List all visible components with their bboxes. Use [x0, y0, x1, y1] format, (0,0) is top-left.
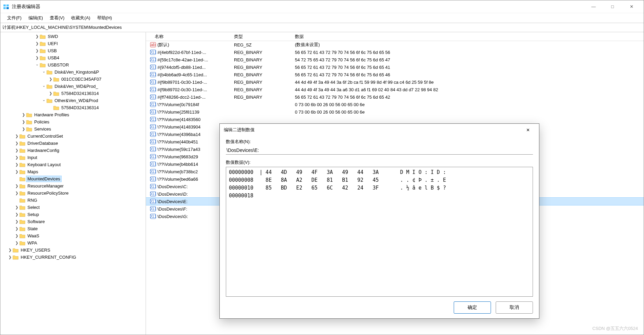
tree-item[interactable]: ❯Keyboard Layout — [0, 161, 146, 168]
expander-icon[interactable]: ❯ — [14, 205, 19, 210]
menu-edit[interactable]: 编辑(E) — [25, 14, 46, 22]
tree-item[interactable]: ⌄Disk&Ven_WD&Prod_ — [0, 83, 146, 90]
tree-item[interactable]: ❯Select — [0, 204, 146, 211]
col-header-name[interactable]: 名称 — [146, 32, 231, 41]
expander-icon[interactable]: ❯ — [21, 120, 26, 124]
menu-view[interactable]: 查看(V) — [46, 14, 68, 22]
tree-item[interactable]: ❯WPA — [0, 239, 146, 247]
value-type: REG_BINARY — [231, 64, 292, 71]
tree-item[interactable]: ⌄Other&Ven_WD&Prod — [0, 97, 146, 104]
tree-item[interactable]: ⌄Disk&Ven_Kingston&P — [0, 68, 146, 76]
tree-item-label: Disk&Ven_WD&Prod_ — [53, 83, 99, 89]
menu-help[interactable]: 帮助(H) — [94, 14, 115, 22]
expander-icon[interactable]: ❯ — [14, 170, 19, 174]
expander-icon[interactable]: ❯ — [48, 77, 53, 81]
tree-item[interactable]: MountedDevices — [0, 175, 146, 182]
maximize-button[interactable]: □ — [603, 0, 622, 13]
tree-item[interactable]: ❯Software — [0, 218, 146, 225]
value-row[interactable]: 011#{b4bb6ad9-4c65-11ed...REG_BINARY56 6… — [146, 71, 644, 78]
ok-button[interactable]: 确定 — [454, 301, 491, 314]
expander-icon[interactable]: ❯ — [34, 34, 40, 39]
value-row[interactable]: 011\??\Volume{41483560 — [146, 116, 644, 123]
tree-item[interactable]: ❯ResourceManager — [0, 182, 146, 190]
tree-item[interactable]: ❯CurrentControlSet — [0, 133, 146, 140]
value-row[interactable]: 011#{f9b89701-0c30-11ed-...REG_BINARY44 … — [146, 78, 644, 86]
expander-icon[interactable]: ❯ — [34, 56, 40, 60]
tree-item[interactable]: 57584D324136314 — [0, 104, 146, 111]
tree-item[interactable]: ❯Policies — [0, 118, 146, 125]
expander-icon[interactable]: ❯ — [14, 234, 19, 238]
tree-item[interactable]: ❯WaaS — [0, 232, 146, 239]
tree-item[interactable]: ❯HKEY_USERS — [0, 247, 146, 254]
expander-icon[interactable]: ❯ — [34, 48, 40, 53]
tree-item[interactable]: ❯SWD — [0, 33, 146, 40]
value-data: 0 73 00 6b 00 26 00 56 00 65 00 6e — [292, 109, 644, 115]
value-row[interactable]: ab(默认)REG_SZ(数值未设置) — [146, 41, 644, 48]
tree-item[interactable]: ❯USB — [0, 47, 146, 54]
tree-item[interactable]: ❯State — [0, 225, 146, 232]
tree-item[interactable]: ⌄USBSTOR — [0, 61, 146, 68]
tree-item[interactable]: ❯Input — [0, 154, 146, 161]
expander-icon[interactable]: ❯ — [14, 148, 19, 153]
expander-icon[interactable]: ❯ — [14, 212, 19, 217]
value-row[interactable]: 011#{f9b89702-0c30-11ed-...REG_BINARY44 … — [146, 86, 644, 93]
expander-icon[interactable]: ❯ — [34, 41, 40, 46]
expander-icon[interactable]: ⌄ — [41, 98, 46, 102]
dialog-close-button[interactable]: ✕ — [521, 124, 535, 136]
expander-icon[interactable]: ❯ — [14, 226, 19, 231]
value-row[interactable]: 011\??\Volume{0c79184f 0 73 00 6b 00 26 … — [146, 101, 644, 108]
expander-icon[interactable]: ❯ — [14, 141, 19, 145]
expander-icon[interactable]: ⌄ — [41, 69, 46, 74]
minimize-button[interactable]: — — [584, 0, 603, 13]
value-row[interactable]: 011#{4ebf922d-67bf-11ed-...REG_BINARY56 … — [146, 48, 644, 56]
tree-item[interactable]: ❯Services — [0, 125, 146, 133]
value-row[interactable]: 011#{ff748266-dcc2-11ed-...REG_BINARY56 … — [146, 93, 644, 101]
value-name-input[interactable] — [226, 146, 533, 155]
expander-icon[interactable]: ❯ — [14, 219, 19, 224]
tree-item[interactable]: ❯ResourcePolicyStore — [0, 190, 146, 197]
value-row[interactable]: 011\??\Volume{25f81139 0 73 00 6b 00 26 … — [146, 108, 644, 116]
expander-icon[interactable]: ❯ — [7, 248, 13, 252]
tree-item[interactable]: ❯Maps — [0, 168, 146, 175]
tree-item[interactable]: ❯DriverDatabase — [0, 140, 146, 147]
value-row[interactable]: 011#{9744cbf5-db88-11ed...REG_BINARY56 6… — [146, 63, 644, 71]
folder-icon — [26, 126, 32, 132]
expander-icon[interactable]: ❯ — [14, 134, 19, 138]
tree-item[interactable]: ❯Hardware Profiles — [0, 111, 146, 118]
value-row[interactable]: 011#{59c17c8e-42ae-11ed-...REG_BINARY54 … — [146, 56, 644, 63]
expander-icon[interactable]: ❯ — [7, 255, 13, 259]
tree-item[interactable]: ❯001CC0EC345AF07 — [0, 76, 146, 83]
col-header-type[interactable]: 类型 — [231, 32, 292, 41]
tree-item[interactable]: ❯HKEY_CURRENT_CONFIG — [0, 254, 146, 261]
expander-icon[interactable]: ⌄ — [41, 83, 46, 88]
binary-value-icon: 011 — [150, 124, 156, 130]
expander-icon[interactable]: ⌄ — [34, 62, 40, 66]
tree-item[interactable]: ❯HardwareConfig — [0, 147, 146, 154]
col-header-data[interactable]: 数据 — [292, 32, 644, 41]
tree-item[interactable]: ❯USB4 — [0, 54, 146, 61]
folder-icon — [19, 198, 25, 203]
menu-file[interactable]: 文件(F) — [4, 14, 25, 22]
close-button[interactable]: ✕ — [622, 0, 641, 13]
expander-icon[interactable]: ❯ — [21, 113, 26, 117]
hex-editor[interactable]: 00000000 | 44 4D 49 4F 3A 49 44 3A D M I… — [226, 167, 533, 297]
expander-icon[interactable]: ❯ — [14, 191, 19, 195]
expander-icon[interactable]: ❯ — [14, 162, 19, 167]
binary-value-icon: 011 — [150, 139, 156, 145]
expander-icon[interactable]: ❯ — [14, 241, 19, 245]
svg-text:011: 011 — [150, 102, 156, 107]
expander-icon[interactable]: ❯ — [21, 127, 26, 131]
expander-icon[interactable]: ❯ — [48, 91, 53, 96]
tree-item[interactable]: ❯Setup — [0, 211, 146, 218]
tree-pane[interactable]: ❯SWD❯UEFI❯USB❯USB4⌄USBSTOR⌄Disk&Ven_King… — [0, 32, 146, 335]
cancel-button[interactable]: 取消 — [496, 301, 533, 314]
tree-item[interactable]: ❯57584D324136314 — [0, 90, 146, 97]
expander-icon[interactable]: ❯ — [14, 184, 19, 188]
svg-rect-2 — [3, 7, 6, 9]
address-text: 计算机\HKEY_LOCAL_MACHINE\SYSTEM\MountedDev… — [2, 24, 122, 31]
address-bar[interactable]: 计算机\HKEY_LOCAL_MACHINE\SYSTEM\MountedDev… — [0, 23, 644, 32]
tree-item[interactable]: ❯UEFI — [0, 40, 146, 47]
expander-icon[interactable]: ❯ — [14, 155, 19, 160]
tree-item[interactable]: RNG — [0, 197, 146, 204]
menu-favorites[interactable]: 收藏夹(A) — [68, 14, 93, 22]
